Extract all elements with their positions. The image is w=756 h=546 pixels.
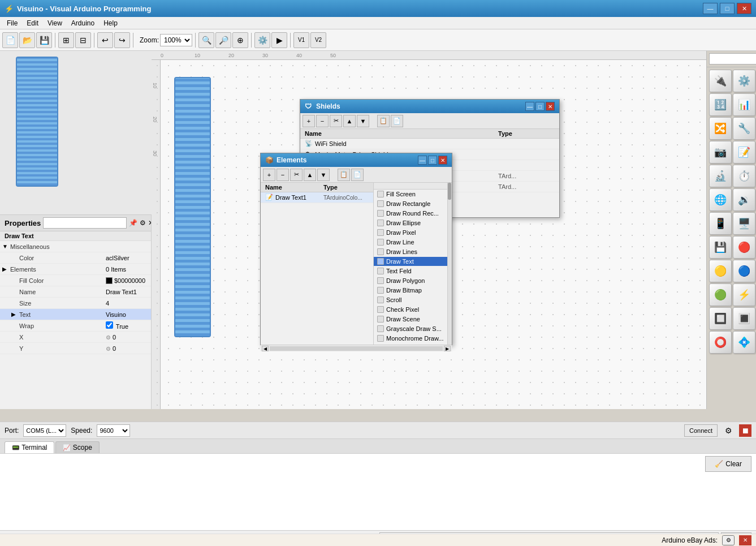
palette-item-5[interactable]: 🔧 (733, 117, 755, 140)
palette-item-21[interactable]: 🔳 (733, 307, 755, 330)
props-row-y[interactable]: Y ⚙ 0 (0, 343, 151, 354)
zoom-select[interactable]: 100% 50% 75% 125% 150% 200% (160, 34, 192, 46)
props-pin-btn[interactable]: 📌 (129, 217, 137, 229)
shields-close[interactable]: ✕ (546, 102, 555, 111)
canvas-component[interactable] (174, 77, 211, 337)
palette-item-9[interactable]: ⏱️ (733, 165, 755, 187)
port-stop-btn[interactable]: ⏹ (739, 424, 751, 437)
elements-tb-up[interactable]: ▲ (304, 169, 316, 181)
menu-edit[interactable]: Edit (22, 18, 43, 28)
type-draw-ellipse[interactable]: Draw Ellipse (374, 218, 452, 228)
palette-item-10[interactable]: 🌐 (709, 188, 732, 211)
zoom-fit-button[interactable]: ⊕ (232, 32, 248, 48)
props-row-elements[interactable]: ▶ Elements 0 Items (0, 264, 151, 275)
elements-hscrollbar[interactable]: ◀ ▶ (261, 345, 452, 351)
palette-search-input[interactable] (709, 53, 756, 65)
visuino-btn2[interactable]: V2 (310, 32, 326, 48)
clear-button[interactable]: 🧹 Clear (705, 456, 751, 472)
compile-button[interactable]: ⚙️ (254, 32, 270, 48)
shields-tb-up[interactable]: ▲ (343, 115, 356, 127)
palette-item-14[interactable]: 💾 (709, 236, 732, 259)
props-row-text[interactable]: ▶ Text Visuino (0, 309, 151, 320)
expand-text[interactable]: ▶ (11, 311, 19, 317)
type-draw-pixel[interactable]: Draw Pixel (374, 228, 452, 238)
props-settings-btn[interactable]: ⚙ (140, 217, 146, 229)
shields-tb-add[interactable]: + (303, 115, 315, 127)
props-row-name[interactable]: Name Draw Text1 (0, 286, 151, 298)
type-list-scrollbar[interactable] (447, 183, 452, 345)
palette-item-2[interactable]: 🔢 (709, 93, 732, 116)
zoom-out-button[interactable]: 🔎 (215, 32, 231, 48)
palette-item-22[interactable]: ⭕ (709, 331, 732, 354)
expand-elements[interactable]: ▶ (2, 266, 10, 272)
visuino-btn1[interactable]: V1 (293, 32, 309, 48)
palette-item-0[interactable]: 🔌 (709, 70, 732, 92)
type-draw-text[interactable]: Draw Text (374, 257, 452, 266)
tab-terminal[interactable]: 📟 Terminal (5, 441, 54, 453)
open-button[interactable]: 📂 (19, 32, 35, 48)
palette-item-23[interactable]: 💠 (733, 331, 755, 354)
props-search[interactable] (43, 217, 127, 229)
palette-item-4[interactable]: 🔀 (709, 117, 732, 140)
type-draw-rectangle[interactable]: Draw Rectangle (374, 199, 452, 209)
palette-item-6[interactable]: 📷 (709, 141, 732, 164)
minimize-button[interactable]: — (703, 3, 718, 14)
menu-view[interactable]: View (43, 18, 67, 28)
maximize-button[interactable]: □ (720, 3, 735, 14)
palette-item-16[interactable]: 🟡 (709, 260, 732, 282)
shields-tb-remove[interactable]: − (316, 115, 329, 127)
palette-item-18[interactable]: 🟢 (709, 283, 732, 306)
shields-tb-down[interactable]: ▼ (357, 115, 369, 127)
hscroll-right[interactable]: ▶ (444, 346, 451, 351)
shields-tb-copy[interactable]: 📋 (377, 115, 390, 127)
elements-tb-remove[interactable]: − (277, 169, 289, 181)
props-row-x[interactable]: X ⚙ 0 (0, 332, 151, 343)
upload-button[interactable]: ▶ (271, 32, 287, 48)
speed-select[interactable]: 9600 115200 (97, 424, 130, 437)
terminal-area[interactable]: 🧹 Clear (0, 454, 756, 530)
type-draw-scene[interactable]: Draw Scene (374, 315, 452, 324)
type-draw-round-rect[interactable]: Draw Round Rec... (374, 209, 452, 218)
undo-button[interactable]: ↩ (97, 32, 113, 48)
mini-canvas[interactable] (0, 51, 152, 215)
new-button[interactable]: 📄 (2, 32, 18, 48)
elements-close[interactable]: ✕ (438, 156, 447, 165)
elements-tb-add[interactable]: + (263, 169, 275, 181)
type-fill-screen[interactable]: Fill Screen (374, 190, 452, 199)
grid2-button[interactable]: ⊟ (75, 32, 91, 48)
save-button[interactable]: 💾 (36, 32, 52, 48)
shields-minimize[interactable]: — (525, 102, 534, 111)
shields-maximize[interactable]: □ (535, 102, 545, 111)
palette-item-11[interactable]: 🔉 (733, 188, 755, 211)
port-settings-btn[interactable]: ⚙ (722, 424, 735, 437)
props-row-size[interactable]: Size 4 (0, 298, 151, 309)
shields-item-wifi[interactable]: 📡 WiFi Shield (300, 139, 559, 149)
hscroll-left[interactable]: ◀ (262, 346, 269, 351)
type-draw-lines[interactable]: Draw Lines (374, 247, 452, 257)
elements-item-drawtext1[interactable]: 📝 Draw Text1 TArduinoColo... (261, 192, 373, 203)
ads-close-btn[interactable]: ✕ (739, 535, 751, 545)
elements-maximize[interactable]: □ (428, 156, 437, 165)
close-button[interactable]: ✕ (737, 3, 751, 14)
palette-item-1[interactable]: ⚙️ (733, 70, 755, 92)
type-draw-line[interactable]: Draw Line (374, 238, 452, 247)
wrap-checkbox[interactable] (106, 321, 113, 329)
menu-arduino[interactable]: Arduino (67, 18, 99, 28)
palette-item-7[interactable]: 📝 (733, 141, 755, 164)
palette-item-20[interactable]: 🔲 (709, 307, 732, 330)
palette-item-12[interactable]: 📱 (709, 212, 732, 235)
shields-tb-cut[interactable]: ✂ (330, 115, 342, 127)
elements-minimize[interactable]: — (418, 156, 427, 165)
menu-file[interactable]: File (2, 18, 22, 28)
ads-settings-btn[interactable]: ⚙ (722, 535, 735, 545)
palette-item-17[interactable]: 🔵 (733, 260, 755, 282)
type-scroll[interactable]: Scroll (374, 295, 452, 305)
props-row-misc[interactable]: ▼ Miscellaneous (0, 241, 151, 252)
props-close-btn[interactable]: ✕ (148, 217, 151, 229)
type-monochrome[interactable]: Monochrome Draw... (374, 334, 452, 343)
connect-button[interactable]: Connect (684, 424, 718, 437)
type-check-pixel[interactable]: Check Pixel (374, 305, 452, 315)
expand-misc[interactable]: ▼ (2, 243, 10, 250)
palette-item-19[interactable]: ⚡ (733, 283, 755, 306)
tab-scope[interactable]: 📈 Scope (55, 441, 99, 453)
